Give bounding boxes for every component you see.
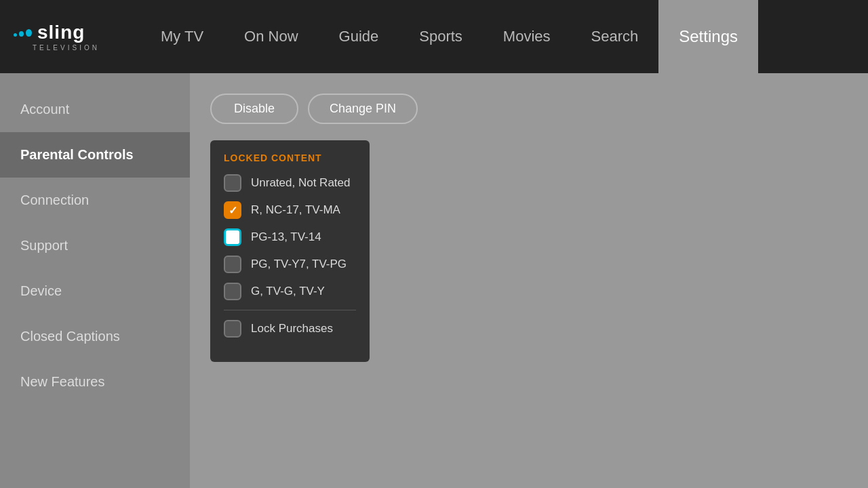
label-unrated: Unrated, Not Rated (251, 176, 350, 190)
main-layout: Account Parental Controls Connection Sup… (0, 73, 868, 488)
checkbox-r-nc17[interactable] (224, 201, 241, 219)
locked-content-panel: LOCKED CONTENT Unrated, Not Rated R, NC-… (210, 140, 370, 362)
nav-guide[interactable]: Guide (319, 0, 399, 73)
nav-on-now[interactable]: On Now (224, 0, 318, 73)
sidebar-item-connection[interactable]: Connection (0, 178, 190, 223)
sidebar-item-closed-captions[interactable]: Closed Captions (0, 314, 190, 359)
checkbox-unrated[interactable] (224, 174, 241, 192)
top-nav: sling TELEVISION My TV On Now Guide Spor… (0, 0, 868, 73)
label-g: G, TV-G, TV-Y (251, 285, 325, 298)
label-pg13: PG-13, TV-14 (251, 230, 321, 244)
logo: sling TELEVISION (14, 22, 100, 52)
sidebar-item-parental-controls[interactable]: Parental Controls (0, 132, 190, 178)
checkbox-pg13[interactable] (224, 228, 241, 246)
check-row-pg13: PG-13, TV-14 (224, 228, 356, 246)
sidebar-item-support[interactable]: Support (0, 223, 190, 268)
sidebar-item-new-features[interactable]: New Features (0, 359, 190, 405)
nav-search[interactable]: Search (571, 0, 659, 73)
label-lock-purchases: Lock Purchases (251, 322, 333, 336)
sidebar: Account Parental Controls Connection Sup… (0, 73, 190, 488)
checkbox-lock-purchases[interactable] (224, 320, 241, 338)
nav-items: My TV On Now Guide Sports Movies Search … (140, 0, 854, 73)
divider (224, 310, 356, 310)
label-pg: PG, TV-Y7, TV-PG (251, 258, 347, 271)
change-pin-button[interactable]: Change PIN (308, 94, 418, 124)
check-row-pg: PG, TV-Y7, TV-PG (224, 256, 356, 273)
nav-movies[interactable]: Movies (483, 0, 571, 73)
nav-sports[interactable]: Sports (399, 0, 483, 73)
sidebar-item-device[interactable]: Device (0, 268, 190, 314)
disable-button[interactable]: Disable (210, 94, 298, 124)
nav-settings[interactable]: Settings (658, 0, 758, 73)
content-area: Disable Change PIN LOCKED CONTENT Unrate… (190, 73, 868, 488)
nav-my-tv[interactable]: My TV (140, 0, 224, 73)
check-row-r-nc17: R, NC-17, TV-MA (224, 201, 356, 219)
checkbox-g[interactable] (224, 283, 241, 300)
locked-content-title: LOCKED CONTENT (224, 152, 356, 163)
checkbox-pg[interactable] (224, 256, 241, 273)
sidebar-item-account[interactable]: Account (0, 87, 190, 132)
check-row-g: G, TV-G, TV-Y (224, 283, 356, 300)
action-buttons: Disable Change PIN (210, 94, 848, 124)
check-row-lock-purchases: Lock Purchases (224, 320, 356, 338)
label-r-nc17: R, NC-17, TV-MA (251, 203, 340, 217)
check-row-unrated: Unrated, Not Rated (224, 174, 356, 192)
